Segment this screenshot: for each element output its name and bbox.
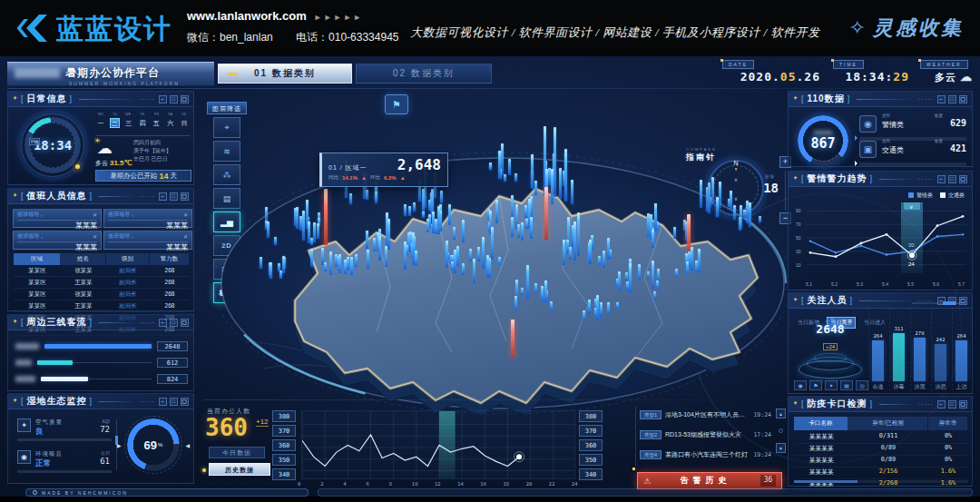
expand-icon[interactable]: ▢ — [959, 400, 967, 408]
bar-column: 311涉毒 — [889, 308, 907, 391]
minimize-icon[interactable]: – — [159, 319, 167, 327]
compass-dial[interactable]: N ▾ ∧∨ — [708, 160, 764, 216]
alert-row[interactable]: 类型1 湿地3-104片区有不明人员闯入 19:24 — [640, 407, 771, 422]
bottom-black-strip — [0, 497, 980, 502]
focus-filter-icon-3[interactable]: ✦ — [825, 380, 838, 390]
svg-text:70: 70 — [796, 221, 801, 227]
expand-icon[interactable]: ▢ — [181, 398, 189, 406]
time-label: TIME — [833, 60, 864, 69]
page-subtitle: SUMMER WORKING PLATFORM — [69, 81, 207, 86]
y-axis-tick: 360 — [579, 439, 603, 451]
column-checkpoint-name[interactable]: 卡口名称 — [794, 417, 848, 430]
svg-text:5.3: 5.3 — [857, 281, 863, 287]
expand-icon[interactable]: ▢ — [181, 319, 189, 327]
scroll-down-icon[interactable]: ▼ — [776, 443, 786, 453]
column-abnormal-rate[interactable]: 异常率 — [928, 417, 968, 430]
tab-data-category-2[interactable]: 02 数据类别 — [356, 64, 492, 84]
panel-title: 湿地生态监控 — [27, 395, 87, 408]
svg-text:5.6: 5.6 — [933, 281, 939, 287]
history-data-button[interactable]: 历史数据 — [209, 463, 270, 476]
noise-icon: ◉ — [17, 450, 31, 464]
weekday: SU日 — [179, 112, 190, 128]
window-icon[interactable]: □ — [948, 95, 956, 103]
minimize-icon[interactable]: – — [937, 400, 946, 408]
checkpoint-table-header: 卡口名称 异常/已检测 异常率 — [794, 417, 968, 430]
table-row: 某某区王某某副局长268 — [14, 300, 190, 312]
scroll-up-icon[interactable]: ▲ — [776, 408, 786, 418]
window-icon[interactable]: □ — [170, 192, 178, 201]
time-display: TIME 18:34:29 — [833, 60, 909, 85]
platform-title-plate: 暑期办公协作平台 SUMMER WORKING PLATFORM — [7, 62, 214, 86]
brand-banner: 蓝蓝设计 www.lanlanwork.com►►►►► 微信：ben_lanl… — [0, 0, 980, 56]
expand-icon[interactable]: ▢ — [959, 95, 967, 103]
window-icon[interactable]: □ — [170, 319, 178, 327]
close-icon[interactable]: ✕ — [93, 212, 97, 218]
focus-scrollbar[interactable] — [912, 302, 966, 304]
minimize-icon[interactable]: – — [159, 192, 167, 201]
svg-text:5.5: 5.5 — [907, 281, 914, 287]
gauge-left-arrow[interactable]: ▶ — [117, 442, 122, 448]
alert-time: 19:24 — [753, 411, 771, 418]
alert-type-badge: 类型4 — [640, 450, 662, 459]
flow-bar-row: 2648 — [15, 340, 188, 351]
weather-cloud-icon: ☁☀ — [97, 139, 113, 158]
weekday: TU二 — [109, 112, 120, 128]
alert-scroll-controls: ▲ ▼ — [776, 408, 786, 463]
panel-title: 关注人员 — [808, 294, 848, 307]
window-icon[interactable]: □ — [170, 95, 178, 103]
alert-row[interactable]: 类型4 某路口有小汽车连闯三个红灯 19:24 — [640, 447, 771, 462]
minimize-icon[interactable]: – — [937, 175, 946, 183]
north-label: N — [733, 160, 738, 166]
expand-icon[interactable]: ▢ — [181, 192, 189, 201]
focus-filter-icon-2[interactable]: ⚑ — [809, 380, 822, 390]
window-icon[interactable]: □ — [170, 398, 178, 406]
alert-history-banner[interactable]: ⚠ 告警历史 36 — [637, 472, 782, 489]
copyright-icon — [33, 490, 37, 495]
window-icon[interactable]: □ — [948, 400, 956, 408]
alert-type-badge: 类型2 — [640, 430, 662, 439]
panel-title: 防疫卡口检测 — [808, 398, 867, 410]
map-marker-icon[interactable]: ⚑ — [385, 94, 408, 114]
y-axis-tick: 380 — [579, 410, 603, 422]
window-icon[interactable]: □ — [948, 175, 956, 183]
phone-label: 电话：010-63334945 — [296, 31, 398, 44]
close-icon[interactable]: ✕ — [183, 212, 188, 218]
duty-leader-card: 值班领导›✕ 某某某 — [13, 231, 102, 250]
table-row: 某某区王某某副局长268 — [14, 277, 190, 289]
minimize-icon[interactable]: – — [937, 95, 946, 103]
today-data-button[interactable]: 今日数据 — [209, 447, 265, 458]
redacted-city-name — [15, 68, 60, 78]
flow-value: 2648 — [157, 341, 188, 351]
focus-count: 人数 2648 +24 — [796, 317, 865, 352]
minimize-icon[interactable]: – — [159, 95, 167, 103]
focus-bar-chart: 264在逃311涉毒279涉黑242涉恐264上访 — [868, 308, 970, 391]
badge-icon: ◉ — [859, 115, 877, 133]
bar-column: 264上访 — [952, 308, 970, 391]
column-abnormal-tested[interactable]: 异常/已检测 — [848, 417, 928, 430]
focus-filter-icon-4[interactable]: ▤ — [840, 380, 853, 390]
lanlan-logo-icon — [15, 10, 51, 46]
office-count-delta: +12 — [256, 418, 269, 427]
services-list: 大数据可视化设计 / 软件界面设计 / 网站建设 / 手机及小程序设计 / 软件… — [410, 25, 819, 41]
expand-icon[interactable]: ▢ — [959, 175, 967, 183]
contact-info: 微信：ben_lanlan 电话：010-63334945 — [187, 30, 419, 45]
panel-passenger-flow: ✦[ 周边三线客流 ]····· – □ ▢ 2648 612 824 — [7, 314, 194, 391]
close-icon[interactable]: ✕ — [93, 233, 97, 240]
gauge-right-arrow[interactable]: ◀ — [185, 442, 190, 448]
focus-filter-icon-1[interactable]: ◉ — [794, 380, 807, 390]
checkpoint-scrollbar[interactable] — [794, 480, 968, 483]
weekday: TH四 — [137, 112, 148, 128]
lunar-calendar: 闰四月初四庚子年【鼠年】辛巳月 己巳日 — [133, 139, 172, 163]
compass-widget: COMPASS 指南针 N ▾ ∧∨ + − 层级 18 — [686, 147, 791, 234]
panel-title: 值班人员信息 — [27, 190, 87, 202]
alert-message: RD13-53烟感报警疑似火灾 — [665, 430, 750, 439]
close-icon[interactable]: ✕ — [183, 233, 188, 240]
website-link[interactable]: www.lanlanwork.com►►►►► — [187, 9, 363, 23]
gauge-value: 69 — [144, 438, 157, 452]
tab-data-category-1[interactable]: 01 数据类别 — [218, 64, 352, 84]
svg-text:30: 30 — [908, 242, 915, 248]
minimize-icon[interactable]: – — [159, 398, 167, 406]
expand-icon[interactable]: ▢ — [181, 95, 189, 103]
alert-row[interactable]: 类型2 RD13-53烟感报警疑似火灾 17:24 — [640, 427, 771, 442]
focus-filter-icon-5[interactable]: ◎ — [856, 380, 868, 390]
